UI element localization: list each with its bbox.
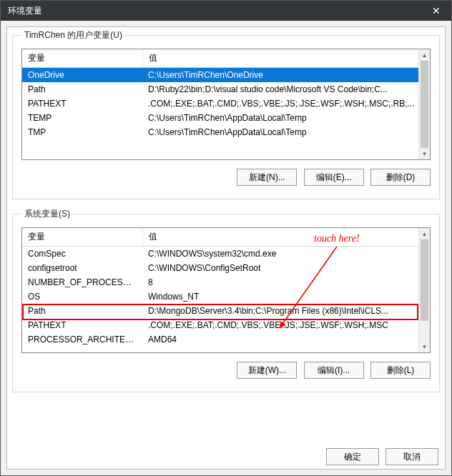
scroll-track[interactable] <box>419 239 430 341</box>
cell-variable: TEMP <box>22 111 142 125</box>
titlebar: 环境变量 ✕ <box>1 1 451 21</box>
cell-variable: configsetroot <box>22 261 142 275</box>
table-row[interactable]: PATHEXT.COM;.EXE;.BAT;.CMD;.VBS;.VBE;.JS… <box>22 318 430 332</box>
user-vars-table-wrap: 变量 值 OneDriveC:\Users\TimRChen\OneDriveP… <box>21 49 431 160</box>
user-btn-row: 新建(N)... 编辑(E)... 删除(D) <box>21 169 431 186</box>
user-vars-table: 变量 值 OneDriveC:\Users\TimRChen\OneDriveP… <box>22 49 430 139</box>
cell-variable: TMP <box>22 125 142 139</box>
cell-value: C:\Users\TimRChen\AppData\Local\Temp <box>142 125 430 139</box>
cell-variable: NUMBER_OF_PROCESSORS <box>22 275 142 289</box>
user-edit-button[interactable]: 编辑(E)... <box>304 169 364 186</box>
dialog-buttons: 确定 取消 <box>322 448 438 465</box>
scroll-up-icon[interactable]: ▲ <box>419 228 430 239</box>
cell-value: C:\WINDOWS\ConfigSetRoot <box>142 261 430 275</box>
cell-value: AMD64 <box>142 332 430 347</box>
content: TimRChen 的用户变量(U) 变量 值 OneDriveC:\Users\… <box>1 21 451 427</box>
close-icon: ✕ <box>432 5 441 16</box>
cell-variable: OS <box>22 289 142 304</box>
table-row[interactable]: ComSpecC:\WINDOWS\system32\cmd.exe <box>22 247 430 262</box>
scroll-down-icon[interactable]: ▼ <box>419 341 430 352</box>
sys-delete-button[interactable]: 删除(L) <box>370 362 431 379</box>
table-row[interactable]: OSWindows_NT <box>22 289 430 304</box>
scroll-down-icon[interactable]: ▼ <box>419 148 430 159</box>
cell-variable: OneDrive <box>22 68 142 83</box>
cell-variable: Path <box>22 304 142 318</box>
sys-vars-table-wrap: 变量 值 ComSpecC:\WINDOWS\system32\cmd.exec… <box>21 227 431 353</box>
table-row[interactable]: PROCESSOR_ARCHITECT...AMD64 <box>22 332 430 347</box>
table-row[interactable]: NUMBER_OF_PROCESSORS8 <box>22 275 430 289</box>
user-vars-group: TimRChen 的用户变量(U) 变量 值 OneDriveC:\Users\… <box>12 29 440 199</box>
env-vars-dialog: 环境变量 ✕ TimRChen 的用户变量(U) 变量 值 OneDriveC:… <box>0 0 452 476</box>
user-delete-button[interactable]: 删除(D) <box>370 169 431 186</box>
ok-button[interactable]: 确定 <box>326 448 379 465</box>
scroll-track[interactable] <box>419 61 430 148</box>
cell-value: Windows_NT <box>142 289 430 304</box>
cell-value: D:\MongoDB\Server\3.4\bin;C:\Program Fil… <box>142 304 430 318</box>
window-title: 环境变量 <box>8 5 42 17</box>
cell-value: .COM;.EXE;.BAT;.CMD;.VBS;.VBE;.JS;.JSE;.… <box>142 318 430 332</box>
user-col-value[interactable]: 值 <box>142 49 430 68</box>
table-row[interactable]: OneDriveC:\Users\TimRChen\OneDrive <box>22 68 430 83</box>
cell-variable: PATHEXT <box>22 96 142 111</box>
table-row[interactable]: TMPC:\Users\TimRChen\AppData\Local\Temp <box>22 125 430 139</box>
cell-value: C:\WINDOWS\system32\cmd.exe <box>142 247 430 262</box>
user-vars-legend: TimRChen 的用户变量(U) <box>21 29 125 41</box>
cell-variable: ComSpec <box>22 247 142 262</box>
cell-variable: PATHEXT <box>22 318 142 332</box>
table-row[interactable]: TEMPC:\Users\TimRChen\AppData\Local\Temp <box>22 111 430 125</box>
scroll-thumb[interactable] <box>421 61 428 148</box>
table-row[interactable]: PathD:\MongoDB\Server\3.4\bin;C:\Program… <box>22 304 430 318</box>
cell-value: 8 <box>142 275 430 289</box>
sys-edit-button[interactable]: 编辑(I)... <box>304 362 364 379</box>
user-col-variable[interactable]: 变量 <box>22 49 142 68</box>
sys-vars-legend: 系统变量(S) <box>21 208 73 220</box>
sys-scrollbar[interactable]: ▲ ▼ <box>418 228 430 352</box>
table-row[interactable]: PATHEXT.COM;.EXE;.BAT;.CMD;.VBS;.VBE;.JS… <box>22 96 430 111</box>
sys-btn-row: 新建(W)... 编辑(I)... 删除(L) <box>21 362 431 379</box>
user-scrollbar[interactable]: ▲ ▼ <box>418 49 430 159</box>
cell-variable: Path <box>22 82 142 96</box>
cell-value: C:\Users\TimRChen\OneDrive <box>142 68 430 83</box>
cell-value: D:\Ruby22\bin;D:\visual studio code\Micr… <box>142 82 430 96</box>
sys-vars-group: 系统变量(S) 变量 值 ComSpecC:\WINDOWS\system32\… <box>12 208 440 392</box>
table-row[interactable]: configsetrootC:\WINDOWS\ConfigSetRoot <box>22 261 430 275</box>
user-new-button[interactable]: 新建(N)... <box>237 169 297 186</box>
table-row[interactable]: PathD:\Ruby22\bin;D:\visual studio code\… <box>22 82 430 96</box>
cancel-button[interactable]: 取消 <box>385 448 438 465</box>
cell-value: .COM;.EXE;.BAT;.CMD;.VBS;.VBE;.JS;.JSE;.… <box>142 96 430 111</box>
sys-col-value[interactable]: 值 <box>142 228 430 247</box>
scroll-up-icon[interactable]: ▲ <box>419 49 430 61</box>
scroll-thumb[interactable] <box>421 239 428 321</box>
cell-variable: PROCESSOR_ARCHITECT... <box>22 332 142 347</box>
sys-col-variable[interactable]: 变量 <box>22 228 142 247</box>
cell-value: C:\Users\TimRChen\AppData\Local\Temp <box>142 111 430 125</box>
sys-vars-table: 变量 值 ComSpecC:\WINDOWS\system32\cmd.exec… <box>22 228 430 347</box>
close-button[interactable]: ✕ <box>421 1 451 21</box>
sys-new-button[interactable]: 新建(W)... <box>237 362 297 379</box>
